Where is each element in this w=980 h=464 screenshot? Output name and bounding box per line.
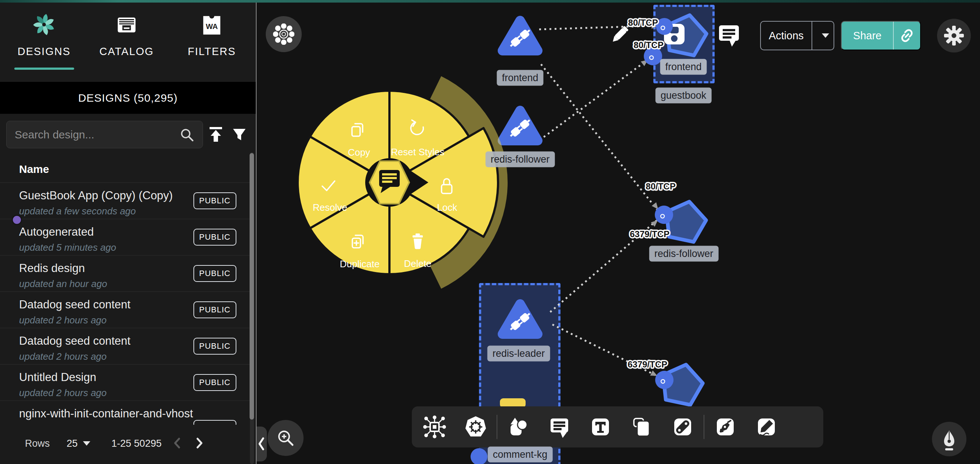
rows-per-page-select[interactable]: 25 (67, 438, 90, 449)
label-redis-follower-deployment: redis-follower (649, 246, 719, 262)
catalog-icon (97, 13, 156, 36)
pen-nib-button[interactable] (932, 422, 966, 456)
port-comment-kg[interactable] (471, 448, 487, 464)
visibility-badge: PUBLIC (193, 192, 236, 209)
actions-label: Actions (761, 30, 811, 42)
tab-catalog-label: CATALOG (99, 46, 154, 57)
copy-link-button[interactable] (894, 27, 920, 44)
settings-button[interactable] (937, 19, 971, 53)
filter-funnel-button[interactable] (231, 126, 247, 144)
window-top-strip (0, 0, 980, 3)
chevron-left-icon (259, 438, 263, 449)
edge-label: 80/TCP (633, 40, 663, 50)
edge-redisfollower-guestbook (536, 60, 647, 143)
design-row[interactable]: Datadog seed content updated 2 hours ago… (0, 328, 250, 364)
rows-label: Rows (25, 438, 50, 449)
edge-label: 6379/TCP (628, 359, 667, 369)
comment-tool-icon (547, 415, 571, 439)
active-tab-underline (14, 67, 74, 70)
actions-button[interactable]: Actions (760, 21, 834, 50)
meshery-logo-icon (15, 13, 73, 36)
edge-label: 80/TCP (646, 181, 675, 191)
link-icon (899, 27, 915, 44)
sidebar: DESIGNS CATALOG WA FI (0, 0, 256, 464)
search-icon (179, 127, 195, 145)
design-row[interactable]: nginx-with-init-container-and-vhost PUBL… (0, 400, 250, 425)
rows-per-page-value: 25 (67, 438, 78, 449)
avatar (12, 215, 22, 225)
visibility-badge: PUBLIC (193, 301, 236, 318)
shapes-icon (506, 415, 530, 439)
pencil-swirl-icon (754, 415, 778, 439)
sidebar-scrollbar[interactable] (250, 153, 254, 419)
column-header-name[interactable]: Name (19, 163, 49, 175)
prev-page-button[interactable] (171, 436, 183, 451)
chevron-down-icon (822, 33, 829, 38)
label-redis-leader-group: redis-leader (487, 346, 550, 362)
share-button[interactable]: Share (841, 21, 921, 50)
design-row[interactable]: Autogenerated updated 5 minutes ago PUBL… (0, 219, 250, 255)
freehand-draw-tool-button[interactable] (754, 415, 778, 439)
pagination: Rows 25 1-25 50295 (0, 432, 250, 454)
pagination-range: 1-25 50295 (111, 438, 162, 449)
search-input[interactable] (6, 121, 203, 148)
visibility-badge: PUBLIC (193, 374, 236, 391)
tab-catalog[interactable]: CATALOG (97, 13, 156, 57)
gear-icon (943, 26, 964, 46)
tab-filters[interactable]: WA FILTERS (183, 13, 241, 57)
app-root: DESIGNS CATALOG WA FI (0, 0, 980, 464)
edge-frontend-redisfollower (541, 64, 658, 210)
design-name: nginx-with-init-container-and-vhost (19, 407, 250, 420)
edges (536, 26, 658, 376)
pen-tool-button[interactable] (713, 415, 737, 439)
label-guestbook-group: guestbook (655, 88, 712, 104)
label-guestbook-frontend: frontend (660, 59, 706, 75)
share-label: Share (842, 30, 893, 42)
collapse-sidebar-button[interactable] (256, 427, 267, 461)
edge-label: 80/TCP (628, 18, 658, 27)
pen-arrow-icon (713, 415, 737, 439)
design-row[interactable]: Datadog seed content updated 2 hours ago… (0, 292, 250, 328)
shapes-tool-button[interactable] (506, 415, 530, 439)
next-page-button[interactable] (193, 436, 205, 451)
actions-dropdown[interactable] (812, 33, 834, 38)
toolbar-divider (704, 415, 704, 439)
edge-label: 6379/TCP (630, 229, 670, 239)
pie-label-lock: Lock (437, 202, 458, 213)
node-frontend-service[interactable] (503, 21, 538, 51)
pie-label-duplicate: Duplicate (340, 258, 380, 269)
tab-filters-label: FILTERS (188, 46, 235, 57)
visibility-badge: PUBLIC (193, 420, 236, 425)
note-tool-button[interactable] (630, 415, 654, 439)
canvas-toolbar (412, 407, 823, 448)
kubernetes-icon (464, 415, 488, 439)
component-icon (422, 415, 447, 439)
zoom-in-button[interactable] (267, 420, 304, 456)
pie-label-reset: Reset Styles (391, 147, 444, 158)
pie-menu: Copy Reset Styles Resolve Lock Duplicate… (298, 77, 508, 289)
node-redis-leader-service[interactable] (503, 304, 538, 334)
design-list: GuestBook App (Copy) (Copy) updated a fe… (0, 182, 250, 425)
text-tool-button[interactable] (589, 415, 612, 439)
label-comment-kg: comment-kg (488, 447, 553, 462)
visibility-badge: PUBLIC (193, 265, 236, 282)
component-tool-button[interactable] (422, 415, 447, 439)
kubernetes-tool-button[interactable] (464, 415, 488, 439)
label-redis-follower-service: redis-follower (485, 151, 555, 167)
edit-pencil-icon[interactable] (611, 26, 629, 44)
design-row[interactable]: Redis design updated an hour ago PUBLIC (0, 255, 250, 292)
node-redis-follower-service[interactable] (503, 110, 538, 140)
pie-label-copy: Copy (348, 147, 370, 158)
design-row[interactable]: GuestBook App (Copy) (Copy) updated a fe… (0, 182, 250, 219)
label-frontend-service: frontend (496, 70, 543, 86)
cluster-flower-button[interactable] (266, 16, 302, 52)
relationship-tool-button[interactable] (671, 415, 695, 439)
design-canvas[interactable]: Copy Reset Styles Resolve Lock Duplicate… (256, 0, 980, 464)
text-icon (589, 415, 612, 439)
panel-title: DESIGNS (50,295) (0, 82, 256, 114)
comment-icon[interactable] (719, 26, 739, 46)
tab-designs[interactable]: DESIGNS (15, 13, 73, 57)
upload-design-button[interactable] (207, 126, 224, 144)
design-row[interactable]: Untitled Design updated 2 hours ago PUBL… (0, 364, 250, 400)
comment-tool-button[interactable] (547, 415, 571, 439)
